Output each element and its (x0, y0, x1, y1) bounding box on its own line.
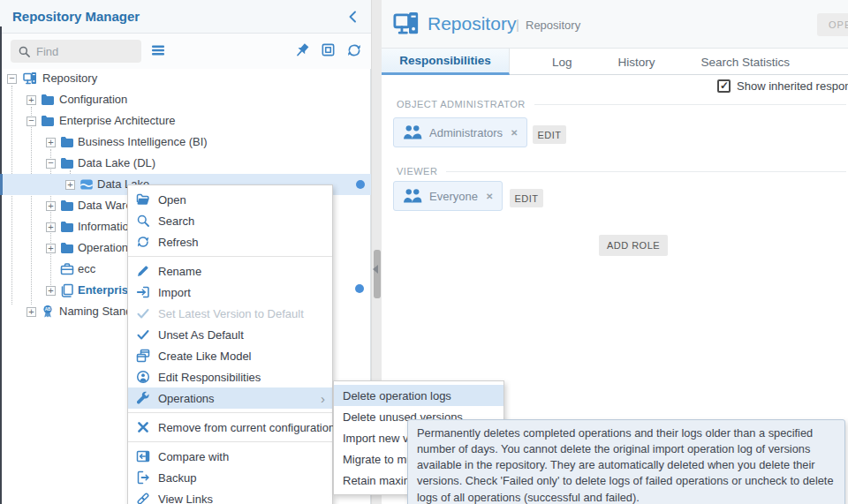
refresh-tree-icon[interactable] (346, 42, 362, 58)
search-icon (136, 214, 150, 228)
section-object-administrator: OBJECT ADMINISTRATOR (397, 99, 846, 109)
tree-item-enterprise-architecture[interactable]: Enterprise Architecture (0, 110, 371, 132)
expand-expander-icon[interactable] (46, 138, 56, 147)
tree-item-repository[interactable]: Repository (0, 68, 371, 89)
expand-expander-icon[interactable] (46, 244, 56, 253)
tab-history[interactable]: History (595, 49, 678, 75)
menu-separator (128, 256, 332, 257)
role-chip-administrators[interactable]: Administrators (393, 117, 527, 147)
expand-expander-icon[interactable] (46, 201, 56, 211)
tree-item-label: Enterprise (78, 283, 134, 297)
folder-icon (60, 156, 74, 170)
menu-item-create-like-model[interactable]: Create Like Model (128, 345, 332, 366)
tree-item-label: Informatio (78, 220, 129, 233)
menu-item-set-latest-version-default: Set Latest Version to Default (128, 303, 332, 324)
tree-item-data-lake-folder[interactable]: Data Lake (DL) (0, 153, 371, 174)
expand-expander-icon[interactable] (65, 180, 75, 190)
detail-header: Repository | Repository OPEN (382, 0, 848, 48)
menu-item-rename[interactable]: Rename (128, 260, 332, 282)
open-icon (136, 192, 150, 207)
repository-icon (391, 11, 421, 37)
status-dot (356, 180, 365, 189)
menu-item-import[interactable]: Import (128, 282, 332, 303)
scrollbar-thumb[interactable] (374, 250, 381, 298)
collapse-expander-icon[interactable] (26, 117, 36, 126)
menu-item-label: Unset As Default (158, 328, 244, 342)
menu-item-label: View Links (158, 493, 213, 504)
section-viewer: VIEWER (397, 166, 846, 177)
remove-role-icon[interactable] (511, 128, 518, 138)
expand-expander-icon[interactable] (26, 307, 36, 317)
tree-item-label: Configuration (59, 93, 127, 106)
tree-item-business-intelligence[interactable]: Business Intelligence (BI) (0, 132, 371, 153)
collapse-panel-icon[interactable] (346, 10, 360, 24)
menu-item-operations[interactable]: Operations › (128, 387, 332, 409)
checkbox-checked-icon[interactable] (717, 79, 731, 93)
submenu-item-delete-operation-logs[interactable]: Delete operation logs (334, 385, 504, 406)
expand-expander-icon[interactable] (46, 222, 56, 232)
tree-item-label: Naming Stand (59, 305, 132, 318)
folder-icon (60, 241, 74, 255)
tab-bar: Responsibilities Log History Search Stat… (382, 48, 848, 75)
float-window-icon[interactable] (321, 42, 337, 58)
menu-item-label: Set Latest Version to Default (158, 307, 304, 320)
role-name: Administrators (429, 126, 503, 139)
tree-item-label: Data Ware (78, 199, 132, 212)
menu-item-compare-with[interactable]: Compare with (128, 446, 332, 467)
copy-window-icon (136, 349, 150, 363)
remove-role-icon[interactable] (486, 192, 493, 201)
checkbox-label: Show inherited responsibilities (737, 79, 848, 93)
tree-item-configuration[interactable]: Configuration (0, 89, 371, 110)
pin-panel-icon[interactable] (294, 42, 310, 58)
collapse-arrow-icon[interactable] (373, 265, 378, 274)
role-chip-everyone[interactable]: Everyone (393, 181, 503, 211)
hamburger-menu-icon[interactable] (150, 42, 166, 58)
menu-item-refresh[interactable]: Refresh (128, 231, 332, 252)
collapse-expander-icon[interactable] (46, 159, 56, 169)
edit-button[interactable]: EDIT (510, 189, 543, 207)
tab-search-statistics[interactable]: Search Statistics (678, 49, 814, 75)
tree-item-label: Repository (42, 71, 97, 85)
menu-separator (128, 441, 332, 442)
check-icon (136, 327, 150, 342)
tree-item-label: Enterprise Architecture (59, 114, 176, 127)
search-icon (18, 45, 31, 58)
submenu-arrow-icon: › (321, 392, 332, 405)
menu-item-label: Remove from current configuration (158, 421, 335, 434)
menu-item-unset-as-default[interactable]: Unset As Default (128, 324, 332, 345)
title-separator: | (516, 17, 519, 32)
app-window: Repository Manager (0, 0, 848, 504)
menu-item-label: Open (158, 193, 186, 207)
search-box[interactable] (11, 40, 141, 63)
svg-text:AB: AB (45, 307, 51, 312)
tab-responsibilities[interactable]: Responsibilities (382, 49, 510, 75)
menu-item-remove-from-configuration[interactable]: Remove from current configuration (128, 417, 332, 438)
menu-item-label: Operations (158, 392, 215, 405)
add-role-button[interactable]: ADD ROLE (599, 235, 668, 256)
menu-item-open[interactable]: Open (128, 189, 332, 210)
person-circle-icon (136, 370, 150, 384)
menu-item-edit-responsibilities[interactable]: Edit Responsibilities (128, 366, 332, 387)
two-people-icon (403, 124, 422, 140)
expand-expander-icon[interactable] (26, 95, 36, 105)
menu-item-backup[interactable]: Backup (128, 467, 332, 488)
open-button[interactable]: OPEN (817, 13, 848, 36)
pencil-icon (136, 264, 150, 278)
role-name: Everyone (429, 190, 478, 203)
find-input[interactable] (36, 45, 133, 58)
panel-title: Repository Manager (12, 9, 346, 24)
menu-item-label: Search (158, 214, 194, 228)
refresh-icon (136, 235, 150, 249)
documents-icon (60, 283, 74, 297)
tree-item-label: Business Intelligence (BI) (78, 135, 208, 148)
edit-button[interactable]: EDIT (533, 125, 566, 144)
menu-item-search[interactable]: Search (128, 210, 332, 231)
show-inherited-checkbox-row[interactable]: Show inherited responsibilities (717, 79, 848, 93)
tab-log[interactable]: Log (529, 49, 595, 75)
section-divider (534, 104, 846, 105)
collapse-expander-icon[interactable] (7, 74, 17, 84)
menu-item-label: Edit Responsibilities (158, 371, 261, 384)
briefcase-icon (60, 262, 74, 276)
menu-item-view-links[interactable]: View Links (128, 488, 332, 504)
expand-expander-icon[interactable] (46, 286, 56, 296)
